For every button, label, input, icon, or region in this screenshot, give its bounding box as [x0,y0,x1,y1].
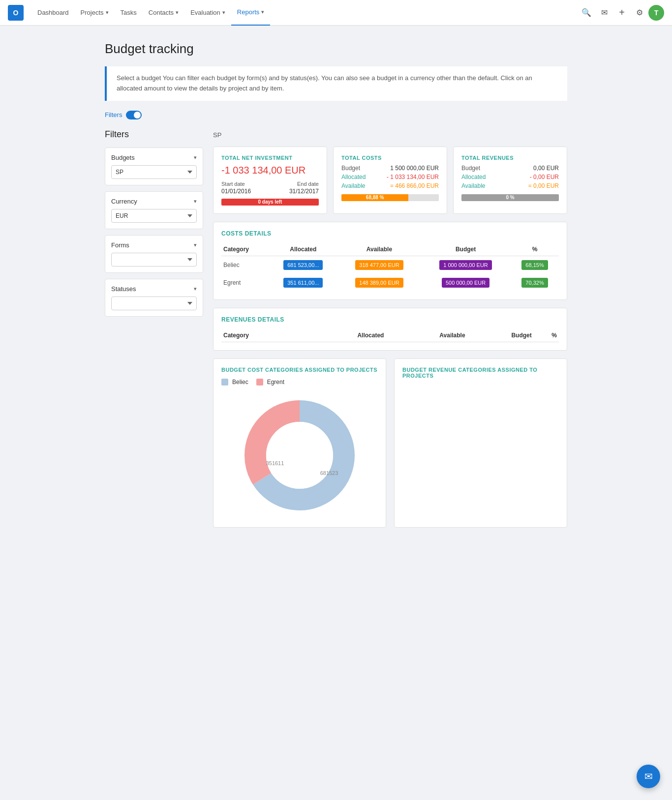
filters-toggle-label: Filters [105,111,122,119]
rev-col-available: Available [386,329,467,342]
settings-button[interactable]: ⚙ [631,4,648,22]
svg-point-2 [266,422,333,489]
filter-group-currency: Currency ▾ EUR USD GBP [105,191,203,229]
currency-select[interactable]: EUR USD GBP [111,209,197,223]
row-egrent-pct: 70,32% [511,274,559,292]
mail-button[interactable]: ✉ [595,4,613,22]
total-revenues-title: TOTAL REVENUES [461,155,559,161]
revenues-progress-bar: 0 % [461,194,559,201]
nav-evaluation[interactable]: Evaluation ▾ [184,0,231,26]
search-button[interactable]: 🔍 [578,4,595,22]
forms-select[interactable] [111,253,197,267]
filters-toggle-switch[interactable] [126,111,142,119]
table-row: Beliec 681 523,00... 318 477,00 EUR 1 00… [221,256,559,274]
row-egrent-allocated[interactable]: 351 611,00... [269,274,338,292]
donut-chart: 351611 681523 [221,391,378,519]
revenues-available-row: Available = 0,00 EUR [461,182,559,189]
chart-revenues-title: BUDGET REVENUE CATEGORIES ASSIGNED TO PR… [402,367,559,379]
legend-egrent-label: Egrent [267,379,284,385]
nav-tasks[interactable]: Tasks [115,0,143,26]
revenues-available-value: = 0,00 EUR [528,182,559,189]
nav-projects[interactable]: Projects ▾ [75,0,115,26]
total-net-investment-card: TOTAL NET INVESTMENT -1 033 134,00 EUR S… [213,147,327,214]
end-date-value: 31/12/2017 [289,188,319,195]
total-costs-rows: Budget 1 500 000,00 EUR Allocated - 1 03… [341,165,439,189]
costs-details-section: COSTS DETAILS Category Allocated Availab… [213,222,567,300]
row-beliec-pct: 68,15% [511,256,559,274]
chart-revenues-card: BUDGET REVENUE CATEGORIES ASSIGNED TO PR… [394,358,567,528]
chart-costs-title: BUDGET COST CATEGORIES ASSIGNED TO PROJE… [221,367,378,373]
revenues-budget-label: Budget [461,165,480,172]
total-costs-card: TOTAL COSTS Budget 1 500 000,00 EUR Allo… [333,147,447,214]
total-net-investment-title: TOTAL NET INVESTMENT [221,155,319,161]
filter-group-forms: Forms ▾ [105,235,203,273]
statuses-select[interactable] [111,296,197,310]
filter-group-forms-header[interactable]: Forms ▾ [111,241,197,249]
filter-statuses-label: Statuses [111,285,136,293]
rev-col-category: Category [221,329,302,342]
row-beliec-allocated[interactable]: 681 523,00... [269,256,338,274]
days-left-progress: 0 days left [221,199,319,206]
costs-available-row: Available = 466 866,00 EUR [341,182,439,189]
revenues-allocated-row: Allocated - 0,00 EUR [461,174,559,180]
filter-group-budgets-header[interactable]: Budgets ▾ [111,154,197,161]
legend-beliec-label: Beliec [232,379,248,385]
navbar: O Dashboard Projects ▾ Tasks Contacts ▾ … [0,0,672,26]
costs-details-title: COSTS DETAILS [221,230,559,237]
table-row: Egrent 351 611,00... 148 389,00 EUR 500 … [221,274,559,292]
revenues-allocated-label: Allocated [461,174,486,180]
nav-dashboard[interactable]: Dashboard [31,0,75,26]
chart-costs-legend: Beliec Egrent [221,379,378,385]
filter-group-currency-header[interactable]: Currency ▾ [111,198,197,205]
budgets-select[interactable]: SP [111,165,197,179]
revenues-budget-value: 0,00 EUR [533,165,559,172]
chevron-down-icon: ▾ [194,198,197,205]
revenues-allocated-value: - 0,00 EUR [530,174,559,180]
chevron-down-icon: ▾ [194,286,197,292]
logo[interactable]: O [8,5,24,21]
avatar[interactable]: T [648,5,664,21]
col-pct: % [511,243,559,256]
svg-text:351611: 351611 [266,460,284,466]
row-egrent-category: Egrent [221,274,269,292]
legend-beliec-dot [221,379,228,385]
revenues-details-table: Category Allocated Available Budget % [221,329,559,342]
costs-budget-row: Budget 1 500 000,00 EUR [341,165,439,172]
end-date-label: End date [289,181,319,187]
costs-budget-label: Budget [341,165,360,172]
nav-reports[interactable]: Reports ▾ [231,0,271,26]
add-button[interactable]: + [613,4,631,22]
col-budget: Budget [421,243,511,256]
main-panel: SP TOTAL NET INVESTMENT -1 033 134,00 EU… [213,129,567,535]
filters-toggle-row: Filters [105,111,567,119]
total-revenues-card: TOTAL REVENUES Budget 0,00 EUR Allocated… [453,147,567,214]
revenues-available-label: Available [461,182,485,189]
filter-forms-label: Forms [111,241,129,249]
costs-available-value: = 466 866,00 EUR [390,182,439,189]
legend-beliec: Beliec [221,379,248,385]
filters-sidebar: Filters Budgets ▾ SP Currency ▾ EUR USD [105,129,203,323]
svg-text:681523: 681523 [320,470,338,476]
start-date-label: Start date [221,181,251,187]
chevron-down-icon: ▾ [106,9,109,16]
legend-egrent-dot [256,379,263,385]
chevron-down-icon: ▾ [194,242,197,248]
row-egrent-available: 148 389,00 EUR [338,274,421,292]
total-costs-title: TOTAL COSTS [341,155,439,161]
filter-currency-label: Currency [111,198,137,205]
page-title: Budget tracking [105,41,567,57]
total-revenues-rows: Budget 0,00 EUR Allocated - 0,00 EUR Ava… [461,165,559,189]
rev-col-pct: % [534,329,559,342]
row-beliec-available: 318 477,00 EUR [338,256,421,274]
costs-progress-bar: 68,88 % [341,194,439,201]
revenues-budget-row: Budget 0,00 EUR [461,165,559,172]
costs-allocated-label: Allocated [341,174,366,180]
chart-costs-card: BUDGET COST CATEGORIES ASSIGNED TO PROJE… [213,358,386,528]
legend-egrent: Egrent [256,379,284,385]
costs-available-label: Available [341,182,365,189]
row-egrent-budget: 500 000,00 EUR [421,274,511,292]
filter-group-statuses-header[interactable]: Statuses ▾ [111,285,197,293]
nav-contacts[interactable]: Contacts ▾ [143,0,184,26]
filter-budgets-label: Budgets [111,154,135,161]
rev-col-budget: Budget [467,329,534,342]
